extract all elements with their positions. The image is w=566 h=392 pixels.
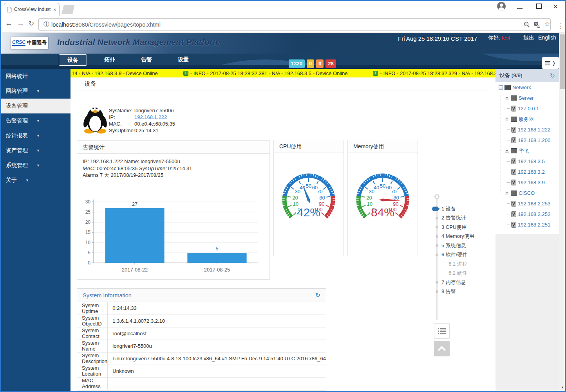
device-tree: −Network−Server127.0.0.1−服务器192.168.1.22… bbox=[495, 82, 559, 234]
sidebar-item[interactable]: 系统管理▼ bbox=[0, 158, 71, 173]
device-icon bbox=[511, 222, 516, 228]
refresh-icon[interactable]: ↻ bbox=[315, 289, 320, 302]
collapse-icon[interactable]: − bbox=[505, 149, 509, 153]
svg-text:15: 15 bbox=[85, 230, 91, 235]
anchor-item[interactable]: 7 内存信息 bbox=[431, 278, 494, 287]
outline-list-button[interactable] bbox=[434, 323, 450, 339]
sidebar-item[interactable]: 告警管理▼ bbox=[0, 113, 71, 128]
tree-device-node[interactable]: 192.168.2.252 bbox=[495, 209, 559, 219]
zoom-icon[interactable] bbox=[524, 22, 530, 29]
page-info-icon[interactable]: ⓘ bbox=[43, 21, 49, 28]
nav-tab[interactable]: 拓扑 bbox=[96, 54, 124, 66]
logout-link[interactable]: 退出 bbox=[523, 34, 534, 41]
tree-device-node[interactable]: 192.168.3.2 bbox=[495, 167, 559, 177]
back-icon[interactable]: ← bbox=[5, 19, 13, 28]
svg-text:5: 5 bbox=[215, 246, 218, 252]
tree-device-node[interactable]: 192.168.2.253 bbox=[495, 198, 559, 209]
tree-device-node[interactable]: 192.168.1.222 bbox=[495, 124, 559, 135]
tree-toggle-button[interactable]: ❭ bbox=[542, 57, 559, 69]
page-title: 设备 bbox=[85, 80, 96, 88]
bookmark-star-icon[interactable]: ☆ bbox=[544, 20, 550, 28]
new-tab-button[interactable] bbox=[61, 5, 75, 14]
alarm-count-badge[interactable]: 0 bbox=[307, 59, 314, 68]
alarm-count-badge[interactable]: 0 bbox=[316, 59, 324, 68]
sysinfo-row: System Contactroot@localhost bbox=[77, 327, 326, 340]
sidebar-item[interactable]: 设备管理 bbox=[0, 99, 71, 113]
anchor-nav: 1 设备2 告警统计3 CPU使用4 Memory使用5 系统信息6 软件/硬件… bbox=[431, 204, 494, 296]
rack-icon bbox=[511, 148, 517, 154]
device-field-value: longriveri7-5500u bbox=[134, 108, 174, 113]
device-ip-link[interactable]: 192.168.1.222 bbox=[134, 114, 167, 120]
anchor-item[interactable]: 4 Memory使用 bbox=[431, 232, 494, 241]
svg-text:20: 20 bbox=[366, 195, 372, 201]
tree-group-node[interactable]: −CISCO bbox=[495, 188, 559, 198]
tab-close-icon[interactable]: × bbox=[53, 7, 56, 12]
browser-window: CrossView Industrial N × × ← → ↻ ⓘ local… bbox=[0, 0, 566, 392]
url-input[interactable]: ⓘ localhost:8080/Crossview/pages/topo.xh… bbox=[38, 18, 551, 31]
system-info-panel: System Information ↻ System Uptime0:24:1… bbox=[77, 288, 326, 391]
forward-icon[interactable]: → bbox=[17, 19, 24, 28]
translate-icon[interactable]: 文G bbox=[534, 22, 540, 29]
anchor-item[interactable]: 8 告警 bbox=[431, 287, 494, 297]
tree-group-node[interactable]: −华飞 bbox=[495, 146, 559, 156]
anchor-item[interactable]: 5 系统信息 bbox=[431, 241, 494, 250]
collapse-icon[interactable]: − bbox=[505, 96, 509, 100]
back-to-top-button[interactable] bbox=[434, 341, 450, 356]
bar-chart-svg: 051015202530272017-08-2252017-08-25 bbox=[80, 194, 264, 276]
browser-menu-icon[interactable]: ⋮ bbox=[557, 22, 564, 30]
anchor-item[interactable]: 1 设备 bbox=[431, 204, 494, 214]
anchor-item[interactable]: 2 告警统计 bbox=[431, 214, 494, 223]
tree-device-node[interactable]: 192.168.1.200 bbox=[495, 135, 559, 146]
sidebar-item[interactable]: 关于▼ bbox=[0, 173, 71, 188]
anchor-item[interactable]: 6.1 进程 bbox=[431, 259, 494, 269]
anchor-item[interactable]: 6.2 硬件 bbox=[431, 269, 494, 278]
tree-device-node[interactable]: 192.168.3.9 bbox=[495, 177, 559, 188]
chevron-down-icon: ▼ bbox=[36, 134, 40, 138]
device-icon bbox=[511, 137, 516, 143]
chevron-up-icon bbox=[438, 346, 446, 351]
nav-tab[interactable]: 告警 bbox=[132, 54, 161, 66]
device-icon bbox=[511, 127, 516, 133]
tree-group-node[interactable]: −服务器 bbox=[495, 114, 559, 124]
profile-icon[interactable] bbox=[497, 2, 506, 13]
alarm-ticker[interactable]: 14 - N/A - 192.168.3.9 - Device Onlinei-… bbox=[71, 69, 495, 77]
svg-text:2017-08-25: 2017-08-25 bbox=[204, 267, 230, 273]
sidebar-item[interactable]: 网络管理▼ bbox=[0, 84, 71, 99]
collapse-icon[interactable]: − bbox=[505, 191, 509, 195]
svg-text:2017-08-22: 2017-08-22 bbox=[122, 267, 148, 273]
language-link[interactable]: English bbox=[538, 34, 556, 41]
tree-device-node[interactable]: 192.168.3.5 bbox=[495, 156, 559, 167]
anchor-item[interactable]: 6 软件/硬件 bbox=[431, 250, 494, 260]
nav-tab[interactable]: 设置 bbox=[169, 54, 197, 66]
browser-tab[interactable]: CrossView Industrial N × bbox=[4, 3, 60, 16]
window-close-button[interactable]: × bbox=[553, 1, 558, 12]
window-border bbox=[0, 0, 566, 1]
tree-group-node[interactable]: −Server bbox=[495, 93, 559, 103]
alarm-count-badge[interactable]: 1320 bbox=[289, 59, 305, 68]
device-icon bbox=[511, 211, 516, 217]
crsc-logo: CRSC 中国通号 bbox=[11, 37, 48, 49]
alarm-count-badge[interactable]: 28 bbox=[325, 59, 336, 68]
tree-device-node[interactable]: 127.0.0.1 bbox=[495, 103, 559, 114]
anchor-item[interactable]: 3 CPU使用 bbox=[431, 223, 494, 232]
collapse-icon[interactable]: − bbox=[505, 117, 509, 121]
collapse-icon[interactable]: − bbox=[499, 85, 503, 90]
window-border bbox=[0, 0, 1, 392]
nav-tab[interactable]: 设备 bbox=[59, 54, 87, 66]
minimize-button[interactable] bbox=[517, 8, 523, 9]
refresh-icon[interactable]: ↻ bbox=[550, 72, 555, 79]
sidebar-item[interactable]: 网络统计 bbox=[0, 69, 71, 84]
svg-text:27: 27 bbox=[132, 201, 137, 207]
memory-gauge: 010203040506070809010084% bbox=[348, 161, 417, 241]
ticker-message: i- INFO - 2017-08-25 18:28:32.329 - N/A … bbox=[373, 70, 495, 76]
svg-text:10: 10 bbox=[85, 240, 91, 245]
sidebar-item[interactable]: 资产管理▼ bbox=[0, 143, 71, 158]
active-marker-icon bbox=[432, 207, 437, 211]
url-text[interactable]: localhost:8080/Crossview/pages/topo.xhtm… bbox=[51, 22, 161, 28]
sidebar-item[interactable]: 统计报表▼ bbox=[0, 128, 71, 143]
tree-group-node[interactable]: −Network bbox=[495, 82, 559, 93]
gauge-chart-svg: 010203040506070809010084% bbox=[348, 161, 417, 239]
tree-device-node[interactable]: 192.168.2.251 bbox=[495, 219, 559, 230]
maximize-button[interactable] bbox=[536, 4, 542, 9]
reload-icon[interactable]: ↻ bbox=[29, 20, 34, 28]
